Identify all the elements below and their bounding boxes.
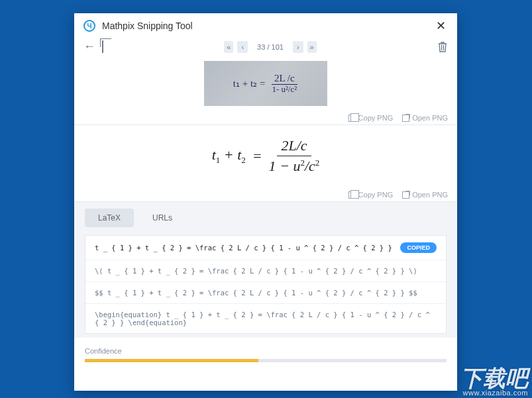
next-page-button[interactable]: › (293, 41, 303, 53)
delete-button[interactable] (437, 41, 448, 53)
back-button[interactable]: ← (83, 40, 95, 54)
source-snippet: t₁ + t₂ = 2L /c 1- u²/c² (74, 60, 457, 110)
copy-icon (348, 115, 356, 122)
open-png-source-button[interactable]: Open PNG (402, 114, 448, 122)
toolbar-right (437, 41, 448, 53)
watermark-text: 下载吧 (460, 367, 528, 389)
open-external-icon (402, 191, 409, 199)
latex-row-plain[interactable]: t _ { 1 } + t _ { 2 } = \frac { 2 L / c … (85, 236, 446, 260)
eq-frac-top: 2L/c (277, 137, 311, 156)
latex-row-equation[interactable]: \begin{equation} t _ { 1 } + t _ { 2 } =… (85, 304, 446, 333)
eq-plus: + (224, 146, 234, 163)
arrow-left-icon: ← (83, 40, 95, 53)
crop-button[interactable] (102, 41, 103, 53)
tab-latex[interactable]: LaTeX (85, 209, 134, 227)
chevron-left-icon: ‹ (241, 43, 244, 51)
toolbar-left: ← (83, 40, 103, 54)
handwritten-fraction: 2L /c 1- u²/c² (270, 73, 298, 94)
tab-urls[interactable]: URLs (139, 209, 186, 227)
latex-row-inline[interactable]: \( t _ { 1 } + t _ { 2 } = \frac { 2 L /… (85, 260, 446, 282)
last-page-button[interactable]: » (307, 41, 317, 53)
watermark-url: www.xiazaiba.com (463, 389, 528, 397)
handwritten-lhs: t₁ + t₂ = (233, 77, 266, 89)
chevron-double-left-icon: « (227, 43, 231, 51)
eq-fraction: 2L/c 1 − u2/c2 (269, 137, 320, 175)
prev-page-button[interactable]: ‹ (237, 41, 248, 53)
eq-frac-bot: 1 − u2/c2 (269, 156, 320, 175)
app-window: Ч Mathpix Snipping Tool ✕ ← « ‹ 33 / 101… (74, 13, 457, 391)
pager: « ‹ 33 / 101 › » (109, 41, 432, 53)
watermark: 下载吧 www.xiazaiba.com (460, 367, 528, 397)
eq-equals: = (252, 148, 262, 165)
toolbar: ← « ‹ 33 / 101 › » (74, 36, 457, 60)
app-logo-icon: Ч (83, 20, 95, 32)
rendered-equation: t1 + t2 = 2L/c 1 − u2/c2 (74, 125, 457, 187)
confidence-fill (85, 359, 258, 362)
close-button[interactable]: ✕ (433, 19, 448, 33)
copy-png-source-button[interactable]: Copy PNG (348, 114, 394, 122)
chevron-double-right-icon: » (310, 43, 314, 51)
handwritten-image: t₁ + t₂ = 2L /c 1- u²/c² (204, 61, 327, 106)
crop-icon (102, 40, 103, 53)
app-title: Mathpix Snipping Tool (102, 21, 427, 31)
confidence-bar (85, 359, 447, 362)
output-panel: LaTeX URLs t _ { 1 } + t _ { 2 } = \frac… (74, 202, 457, 338)
latex-row-display[interactable]: $$ t _ { 1 } + t _ { 2 } = \frac { 2 L /… (85, 282, 446, 304)
render-actions: Copy PNG Open PNG (74, 187, 457, 202)
chevron-right-icon: › (297, 43, 299, 51)
open-png-label: Open PNG (412, 114, 448, 122)
open-external-icon (402, 115, 409, 122)
confidence-section: Confidence (74, 338, 457, 368)
snippet-actions: Copy PNG Open PNG (74, 110, 457, 125)
copy-png-label: Copy PNG (358, 114, 394, 122)
open-png-render-button[interactable]: Open PNG (402, 191, 448, 199)
latex-output-list: t _ { 1 } + t _ { 2 } = \frac { 2 L / c … (85, 235, 447, 334)
confidence-label: Confidence (85, 347, 447, 355)
copied-badge: COPIED (400, 242, 437, 253)
output-tabs: LaTeX URLs (85, 209, 447, 227)
eq-sub2: 2 (241, 155, 246, 165)
close-icon: ✕ (436, 19, 446, 33)
eq-sub1: 1 (216, 155, 221, 165)
page-indicator: 33 / 101 (252, 43, 289, 51)
titlebar: Ч Mathpix Snipping Tool ✕ (74, 13, 457, 36)
trash-icon (438, 42, 447, 52)
first-page-button[interactable]: « (224, 41, 233, 53)
copy-icon (348, 191, 356, 199)
copy-png-render-button[interactable]: Copy PNG (348, 191, 394, 199)
